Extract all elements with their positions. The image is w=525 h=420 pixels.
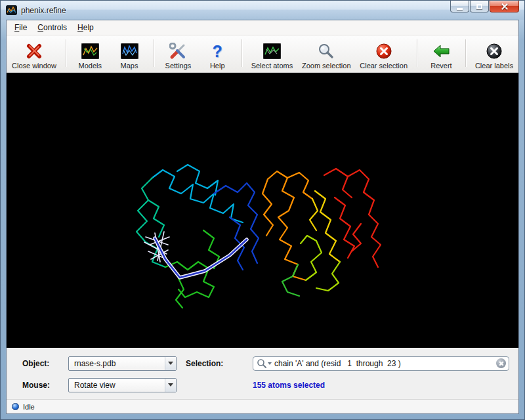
toolbar-label: Close window [12,62,56,70]
toolbar-label: Maps [121,62,138,70]
selection-input[interactable] [272,359,496,368]
chevron-down-icon [165,379,176,392]
settings-icon [169,41,186,61]
toolbar-button-zoom-selection[interactable]: Zoom selection [302,37,351,70]
toolbar-label: Clear labels [475,62,513,70]
toolbar-label: Help [210,62,225,70]
clear-selection-icon [375,41,392,61]
status-indicator-icon [12,403,19,410]
toolbar-separator [417,39,417,67]
toolbar-label: Revert [430,62,452,70]
title-bar[interactable]: phenix.refine [1,1,524,20]
selection-label: Selection: [186,359,243,368]
menu-controls[interactable]: Controls [32,21,72,34]
toolbar-button-revert[interactable]: Revert [426,37,456,70]
object-label: Object: [22,359,59,368]
toolbar-button-close-window[interactable]: Close window [12,37,56,70]
toolbar-button-settings[interactable]: Settings [163,37,193,70]
toolbar-label: Select atoms [251,62,293,70]
window-title: phenix.refine [21,6,66,15]
molecule-render [7,73,518,348]
minimize-icon [457,8,463,10]
menu-help[interactable]: Help [72,21,99,34]
menu-file[interactable]: File [9,21,32,34]
app-icon [6,5,17,15]
toolbar-button-help[interactable]: ? Help [202,37,232,70]
status-bar: Idle [7,399,518,413]
controls-panel: Object: rnase-s.pdb Selection: Mouse: [7,348,518,399]
status-text: Idle [23,403,35,411]
search-icon[interactable] [257,358,272,369]
select-atoms-icon [263,41,281,61]
mouse-dropdown[interactable]: Rotate view [68,378,177,392]
maximize-icon [476,4,482,9]
clear-input-icon[interactable] [496,358,506,368]
models-icon [81,41,99,61]
close-window-icon [25,41,43,61]
maximize-button[interactable] [470,1,489,12]
mouse-label: Mouse: [22,381,59,390]
toolbar-separator [66,39,66,67]
close-icon [501,3,508,10]
app-window: phenix.refine File Controls Help [0,0,525,420]
zoom-selection-icon [318,41,335,61]
toolbar-button-models[interactable]: Models [75,37,105,70]
toolbar-separator [242,39,242,67]
toolbar-button-clear-labels[interactable]: Clear labels [475,37,513,70]
atoms-selected-text: 155 atoms selected [253,381,509,390]
client-area: File Controls Help Close window [6,20,519,414]
toolbar-label: Models [79,62,102,70]
revert-icon [432,41,450,61]
viewer-canvas[interactable] [7,73,518,348]
close-button[interactable] [490,1,519,12]
object-dropdown-value: rnase-s.pdb [74,359,116,368]
clear-labels-icon [486,41,503,61]
window-controls [450,1,519,12]
menu-bar: File Controls Help [7,20,518,35]
maps-icon [121,41,138,61]
toolbar-separator [465,39,466,67]
toolbar-button-maps[interactable]: Maps [114,37,144,70]
toolbar: Close window Models [7,35,518,73]
selection-search-field [253,356,509,371]
chevron-down-icon [165,357,176,370]
toolbar-separator [154,39,154,67]
help-icon: ? [213,41,222,61]
toolbar-label: Settings [165,62,192,70]
toolbar-label: Zoom selection [302,62,351,70]
toolbar-button-clear-selection[interactable]: Clear selection [360,37,408,70]
mouse-dropdown-value: Rotate view [74,381,116,390]
toolbar-label: Clear selection [360,62,408,70]
object-dropdown[interactable]: rnase-s.pdb [68,356,177,371]
minimize-button[interactable] [450,1,469,12]
toolbar-button-select-atoms[interactable]: Select atoms [251,37,293,70]
